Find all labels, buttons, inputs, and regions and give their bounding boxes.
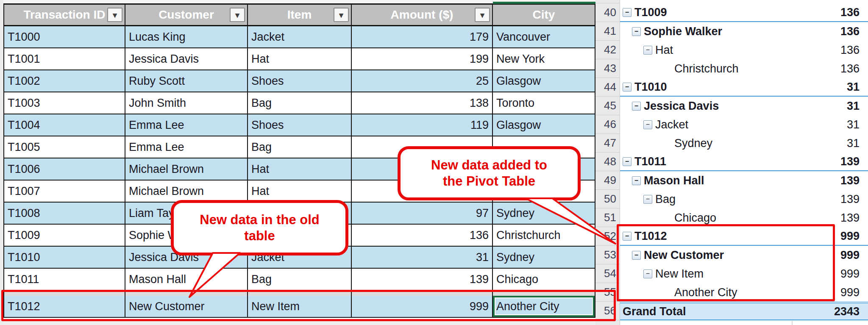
cell-city[interactable]: Sydney: [493, 247, 595, 269]
cell-item[interactable]: Jacket: [248, 26, 352, 48]
selected-cell[interactable]: Another City: [493, 296, 595, 318]
cell-customer[interactable]: John Smith: [125, 92, 248, 114]
cell-amount[interactable]: 119: [352, 114, 493, 136]
row-number[interactable]: 55: [595, 283, 620, 302]
pivot-row-value[interactable]: 136: [840, 62, 860, 75]
column-header-cell[interactable]: Amount ($) ▾: [352, 5, 493, 25]
cell-customer[interactable]: Mason Hall: [125, 269, 248, 291]
collapse-minus-icon[interactable]: −: [623, 157, 632, 166]
cell-amount[interactable]: 31: [352, 247, 493, 269]
row-number[interactable]: 56: [595, 302, 620, 320]
cell-city[interactable]: New York: [493, 48, 595, 70]
collapse-minus-icon[interactable]: −: [643, 120, 652, 129]
cell-amount[interactable]: 25: [352, 70, 493, 92]
pivot-row-label[interactable]: Sophie Walker: [644, 25, 722, 38]
collapse-minus-icon[interactable]: −: [632, 176, 641, 185]
cell-customer[interactable]: Ruby Scott: [125, 70, 248, 92]
cell-transaction-id[interactable]: T1011: [3, 269, 125, 291]
filter-button[interactable]: ▾: [230, 8, 245, 22]
collapse-minus-icon[interactable]: −: [632, 27, 641, 36]
cell-amount[interactable]: 136: [352, 225, 493, 247]
cell-item[interactable]: Shoes: [248, 114, 352, 136]
cell-customer[interactable]: Michael Brown: [125, 181, 248, 203]
row-number[interactable]: 45: [595, 97, 620, 115]
cell-item[interactable]: Bag: [248, 92, 352, 114]
pivot-row-value[interactable]: 999: [840, 249, 860, 262]
cell-transaction-id[interactable]: T1008: [3, 203, 125, 225]
column-header-cell[interactable]: City: [493, 5, 595, 25]
cell-transaction-id[interactable]: T1007: [3, 181, 125, 203]
cell-transaction-id[interactable]: T1001: [3, 48, 125, 70]
pivot-row-label[interactable]: Sydney: [674, 137, 712, 150]
pivot-row-value[interactable]: 31: [847, 81, 860, 94]
cell-transaction-id[interactable]: T1003: [3, 92, 125, 114]
cell-city[interactable]: Glasgow: [493, 70, 595, 92]
row-number[interactable]: 53: [595, 246, 620, 264]
cell-item[interactable]: Bag: [248, 136, 352, 158]
cell-amount[interactable]: 199: [352, 48, 493, 70]
cell-transaction-id[interactable]: T1012: [3, 296, 125, 318]
pivot-row-label[interactable]: T1009: [634, 6, 667, 19]
pivot-row-label[interactable]: T1011: [634, 155, 666, 168]
cell-item[interactable]: Hat: [248, 48, 352, 70]
cell-customer[interactable]: Jessica Davis: [125, 48, 248, 70]
collapse-minus-icon[interactable]: −: [643, 195, 652, 204]
pivot-row-label[interactable]: Jacket: [655, 118, 688, 131]
cell-transaction-id[interactable]: T1010: [3, 247, 125, 269]
cell-transaction-id[interactable]: T1006: [3, 158, 125, 181]
pivot-row-value[interactable]: 139: [840, 155, 860, 168]
pivot-row-label[interactable]: T1010: [634, 81, 667, 94]
pivot-row-label[interactable]: New Item: [655, 267, 704, 281]
cell-item[interactable]: Shoes: [248, 70, 352, 92]
pivot-row-value[interactable]: 139: [840, 193, 860, 206]
cell-amount[interactable]: 999: [352, 296, 493, 318]
column-header-cell[interactable]: Customer ▾: [125, 5, 248, 25]
cell-amount[interactable]: 97: [352, 203, 493, 225]
filter-button[interactable]: ▾: [334, 8, 349, 22]
cell-city[interactable]: Toronto: [493, 92, 595, 114]
pivot-row-label[interactable]: T1012: [634, 230, 667, 243]
row-number[interactable]: 46: [595, 115, 620, 134]
cell-transaction-id[interactable]: T1004: [3, 114, 125, 136]
cell-amount[interactable]: 179: [352, 26, 493, 48]
cell-amount[interactable]: 139: [352, 269, 493, 291]
cell-customer[interactable]: New Customer: [125, 296, 248, 318]
cell-transaction-id[interactable]: T1009: [3, 225, 125, 247]
cell-customer[interactable]: Emma Lee: [125, 114, 248, 136]
row-number[interactable]: 44: [595, 78, 620, 97]
pivot-row-label[interactable]: Bag: [655, 193, 676, 206]
row-number[interactable]: 52: [595, 227, 620, 246]
row-number[interactable]: 47: [595, 134, 620, 153]
cell-item[interactable]: Bag: [248, 269, 352, 291]
pivot-row-value[interactable]: 999: [840, 230, 860, 243]
pivot-row-label[interactable]: Chicago: [674, 211, 716, 225]
collapse-minus-icon[interactable]: −: [623, 8, 632, 17]
cell-amount[interactable]: 138: [352, 92, 493, 114]
pivot-row-value[interactable]: 31: [847, 137, 860, 150]
pivot-row-value[interactable]: 999: [840, 286, 860, 299]
pivot-row-label[interactable]: New Customer: [644, 249, 724, 262]
pivot-row-value[interactable]: 139: [840, 174, 860, 187]
cell-item[interactable]: Hat: [248, 181, 352, 203]
pivot-row-value[interactable]: 999: [840, 267, 860, 281]
row-number[interactable]: 48: [595, 153, 620, 171]
column-header-cell[interactable]: Item ▾: [248, 5, 352, 25]
collapse-minus-icon[interactable]: −: [623, 83, 632, 92]
filter-button[interactable]: ▾: [475, 8, 490, 22]
pivot-row-value[interactable]: 2343: [834, 305, 860, 318]
pivot-row-value[interactable]: 136: [840, 44, 860, 57]
row-number[interactable]: 50: [595, 190, 620, 208]
filter-button[interactable]: ▾: [107, 8, 122, 22]
pivot-row-label[interactable]: Christchurch: [674, 62, 739, 75]
cell-city[interactable]: Glasgow: [493, 114, 595, 136]
collapse-minus-icon[interactable]: −: [623, 232, 632, 241]
cell-city[interactable]: Chicago: [493, 269, 595, 291]
row-number[interactable]: 43: [595, 59, 620, 78]
pivot-row-value[interactable]: 136: [840, 25, 860, 38]
cell-customer[interactable]: Michael Brown: [125, 158, 248, 181]
pivot-row-label[interactable]: Hat: [655, 44, 673, 57]
pivot-row-label[interactable]: Grand Total: [623, 305, 686, 318]
cell-transaction-id[interactable]: T1005: [3, 136, 125, 158]
row-number[interactable]: 51: [595, 208, 620, 227]
collapse-minus-icon[interactable]: −: [643, 269, 652, 278]
